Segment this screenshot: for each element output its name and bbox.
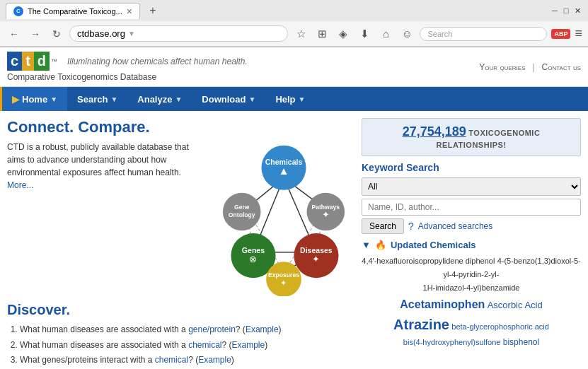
collapse-icon: ▼ (362, 240, 371, 250)
updated-chemicals-title: Updated Chemicals (391, 240, 476, 250)
header-divider: | (532, 62, 534, 72)
website-content: c t d ™ Illuminating how chemicals affec… (0, 47, 588, 369)
search-help-icon[interactable]: ? (408, 221, 414, 232)
pocket-icon[interactable]: ◈ (335, 25, 352, 42)
right-panel: 27,754,189 Toxicogenomic Relationships! … (362, 118, 581, 367)
example-link-1[interactable]: Example (246, 324, 279, 334)
keyword-search-title: Keyword Search (362, 162, 581, 173)
tab-favicon: C (13, 6, 23, 16)
close-window-button[interactable]: ✕ (572, 6, 582, 16)
site-header: c t d ™ Illuminating how chemicals affec… (0, 47, 588, 87)
ascorbic-acid-link[interactable]: Ascorbic Acid (488, 300, 543, 310)
keyword-search-section: Keyword Search All Chemicals Genes Disea… (362, 162, 581, 234)
search-category-select[interactable]: All Chemicals Genes Diseases Pathways GO… (362, 177, 581, 196)
logo-badge: c t d ™ (7, 52, 57, 71)
bookmark-icon[interactable]: ⊞ (313, 25, 330, 42)
chemical-item[interactable]: 1H-imidazol-4-yl)benzamide (423, 283, 520, 292)
help-dropdown-icon: ▼ (299, 95, 306, 103)
relationships-banner: 27,754,189 Toxicogenomic Relationships! (362, 118, 581, 156)
url-bar[interactable]: ctdbase.org ▼ (69, 25, 288, 42)
svg-text:✦: ✦ (312, 254, 320, 264)
advanced-searches-link[interactable]: Advanced searches (418, 221, 492, 231)
bisphenol-link[interactable]: bisphenol (503, 337, 539, 347)
search-dropdown-icon: ▼ (110, 95, 117, 103)
updated-chemicals-header[interactable]: ▼ 🔥 Updated Chemicals (362, 240, 581, 250)
site-tagline: Illuminating how chemicals affect human … (67, 57, 248, 66)
chemical-item[interactable]: 4,4'-hexafluoroisopropylidene diphenol (362, 257, 495, 265)
home-icon[interactable]: ⌂ (377, 25, 394, 42)
nav-home[interactable]: ▶ Home ▼ (0, 87, 67, 111)
acetaminophen-link[interactable]: Acetaminophen (400, 298, 485, 310)
bis4-link[interactable]: bis(4-hydroxyphenyl)sulfone (403, 338, 501, 346)
url-dropdown-icon: ▼ (128, 30, 135, 37)
fire-icon: 🔥 (375, 240, 386, 250)
home-dropdown-icon: ▼ (50, 95, 57, 103)
contact-us-link[interactable]: Contact us (542, 62, 581, 72)
connect-heading: Connect. Compare. (7, 118, 354, 136)
tab-title: The Comparative Toxicog... (28, 7, 122, 16)
network-svg: Chemicals ▲ Gene Ontology Pathways ✦ Gen… (213, 141, 354, 296)
logo-t: t (22, 52, 34, 71)
url-text: ctdbase.org (77, 28, 125, 39)
svg-text:Gene: Gene (234, 204, 250, 211)
analyze-dropdown-icon: ▼ (175, 95, 182, 103)
download-dropdown-icon: ▼ (248, 95, 255, 103)
star-icon[interactable]: ☆ (292, 25, 309, 42)
network-diagram: Chemicals ▲ Gene Ontology Pathways ✦ Gen… (213, 141, 354, 296)
download-icon[interactable]: ⬇ (356, 25, 373, 42)
svg-text:✦: ✦ (281, 279, 287, 287)
beta-glycero-link[interactable]: beta-glycerophosphoric acid (451, 322, 549, 331)
tab-close-button[interactable]: × (127, 6, 132, 16)
nav-download[interactable]: Download ▼ (192, 87, 265, 111)
site-logo: c t d ™ Illuminating how chemicals affec… (7, 52, 248, 71)
nav-search[interactable]: Search ▼ (67, 87, 127, 111)
search-row: Search ? Advanced searches (362, 218, 581, 234)
adblock-badge[interactable]: ABP (551, 29, 570, 39)
your-queries-link[interactable]: Your queries (479, 62, 525, 72)
svg-text:Exposures: Exposures (268, 271, 299, 279)
discover-list: What human diseases are associated with … (7, 322, 354, 369)
new-tab-button[interactable]: + (144, 2, 161, 19)
browser-search-bar[interactable]: Search (420, 27, 547, 41)
list-item: What human diseases are associated with … (20, 338, 354, 353)
more-link[interactable]: More... (7, 180, 33, 190)
svg-text:Ontology: Ontology (229, 211, 255, 218)
svg-text:Diseases: Diseases (300, 246, 333, 254)
svg-text:Genes: Genes (242, 246, 265, 254)
menu-button[interactable]: ≡ (575, 26, 582, 41)
emoji-icon[interactable]: ☺ (398, 25, 415, 42)
chemical-link-2[interactable]: chemical (155, 355, 188, 365)
atrazine-link[interactable]: Atrazine (393, 317, 449, 332)
discover-heading: Discover. (7, 302, 354, 318)
nav-analyze[interactable]: Analyze ▼ (127, 87, 192, 111)
gene-protein-link-1[interactable]: gene/protein (188, 324, 236, 334)
logo-tm: ™ (51, 58, 57, 65)
intro-text: CTD is a robust, publicly available data… (7, 141, 207, 289)
svg-text:⊗: ⊗ (249, 254, 257, 264)
nav-help[interactable]: Help ▼ (265, 87, 315, 111)
example-link-2[interactable]: Example (232, 340, 265, 350)
updated-chemicals-section: ▼ 🔥 Updated Chemicals 4,4'-hexafluoroiso… (362, 240, 581, 349)
list-item: What genes/proteins interact with a chem… (20, 353, 354, 368)
svg-text:✦: ✦ (322, 209, 330, 220)
search-button[interactable]: Search (362, 218, 404, 234)
maximize-button[interactable]: □ (561, 6, 571, 16)
list-item: What human diseases are associated with … (20, 322, 354, 338)
chemicals-list: 4,4'-hexafluoroisopropylidene diphenol 4… (362, 254, 581, 349)
relationships-count[interactable]: 27,754,189 (403, 124, 466, 139)
browser-search-input[interactable]: Search (427, 30, 539, 38)
db-name: Comparative Toxicogenomics Database (7, 72, 248, 82)
back-button[interactable]: ← (6, 25, 23, 42)
logo-d: d (34, 52, 50, 71)
chemical-link-1[interactable]: chemical (188, 340, 221, 350)
logo-c: c (7, 52, 22, 71)
minimize-button[interactable]: ─ (550, 6, 560, 16)
refresh-button[interactable]: ↻ (48, 25, 65, 42)
example-link-3[interactable]: Example (198, 355, 231, 365)
header-links: Your queries | Contact us (479, 62, 581, 72)
forward-button[interactable]: → (27, 25, 44, 42)
main-nav: ▶ Home ▼ Search ▼ Analyze ▼ Download ▼ H… (0, 87, 588, 111)
keyword-search-input[interactable] (362, 199, 581, 216)
svg-text:▲: ▲ (278, 165, 289, 177)
